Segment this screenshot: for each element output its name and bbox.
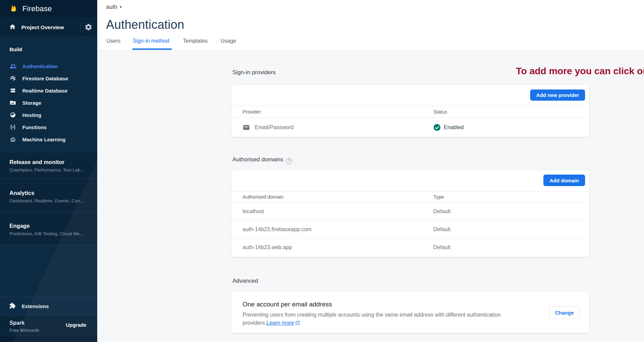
domain-name: localhost	[243, 208, 264, 215]
change-button[interactable]: Change	[549, 306, 580, 319]
divider	[80, 22, 81, 33]
sidebar-item-label: Functions	[22, 124, 47, 130]
plan-detail: Free $0/month	[9, 328, 39, 333]
tab-sign-in-method[interactable]: Sign-in method	[133, 38, 169, 44]
sidebar-group-release-and-monitor[interactable]: Release and monitor Crashlytics, Perform…	[0, 152, 97, 179]
domains-card: Add domain Authorised domain Type localh…	[231, 170, 589, 257]
table-row-firebaseapp-domain[interactable]: auth-14b23.firebaseapp.com Default	[231, 220, 589, 238]
annotation-text: To add more you can click on bu	[516, 66, 644, 77]
advanced-section-label: Advanced	[232, 278, 258, 284]
domains-table-header: Authorised domain Type	[231, 192, 589, 202]
provider-column-header: Provider	[243, 109, 261, 115]
advanced-card-description: Preventing users from creating multiple …	[243, 311, 514, 327]
provider-name: Email/Password	[255, 124, 294, 130]
learn-more-link[interactable]: Learn more	[266, 320, 294, 326]
breadcrumb-label: auth	[106, 4, 117, 10]
sidebar-groups: Release and monitor Crashlytics, Perform…	[0, 152, 97, 245]
sidebar-item-label: Storage	[22, 100, 41, 106]
plan-name: Spark	[9, 320, 24, 326]
advanced-card-title: One account per email address	[243, 301, 332, 308]
table-row-email-password[interactable]: Email/Password Enabled	[231, 118, 589, 137]
check-circle-icon	[433, 124, 441, 131]
sidebar-item-label: Firestore Database	[22, 76, 68, 81]
sidebar-item-functions[interactable]: Functions	[0, 121, 97, 133]
functions-icon	[9, 123, 17, 131]
sidebar-item-machine-learning[interactable]: Machine Learning	[0, 133, 97, 145]
group-subtitle: Crashlytics, Performance, Test Lab …	[9, 167, 86, 173]
domain-type: Default	[433, 244, 451, 250]
status-badge: Enabled	[444, 124, 464, 130]
external-link-icon	[295, 320, 300, 325]
envelope-icon	[243, 124, 250, 131]
advanced-card: One account per email address Preventing…	[231, 292, 589, 333]
build-section-label: Build	[9, 46, 22, 52]
domain-name: auth-14b23.web.app	[243, 244, 292, 250]
add-domain-button[interactable]: Add domain	[543, 175, 585, 186]
type-column-header: Type	[433, 194, 444, 200]
firestore-icon	[9, 75, 17, 82]
domain-type: Default	[433, 226, 451, 233]
sidebar-group-engage[interactable]: Engage Predictions, A/B Testing, Cloud M…	[0, 212, 97, 245]
sidebar-item-label: Project Overview	[21, 24, 64, 31]
sidebar-item-storage[interactable]: Storage	[0, 97, 97, 109]
globe-icon	[9, 111, 17, 119]
breadcrumb[interactable]: auth▾	[106, 4, 122, 11]
sidebar-item-hosting[interactable]: Hosting	[0, 109, 97, 121]
sidebar-item-project-overview[interactable]: Project Overview	[0, 18, 97, 37]
sidebar-item-extensions[interactable]: Extensions	[0, 297, 97, 316]
domains-section-text: Authorised domains	[232, 156, 283, 163]
sidebar-item-authentication[interactable]: Authentication	[0, 60, 97, 72]
firebase-logo[interactable]: Firebase	[0, 0, 97, 18]
people-icon	[9, 62, 17, 70]
sidebar-item-label: Machine Learning	[22, 137, 66, 142]
providers-section-label: Sign-in providers	[232, 69, 276, 76]
domain-type: Default	[433, 208, 451, 215]
database-icon	[9, 87, 17, 94]
page-title: Authentication	[106, 18, 184, 32]
group-subtitle: Dashboard, Realtime, Events, Conve…	[9, 198, 86, 203]
storage-icon	[9, 99, 17, 106]
gear-icon[interactable]	[84, 23, 93, 32]
sidebar-item-firestore-database[interactable]: Firestore Database	[0, 72, 97, 84]
domain-name: auth-14b23.firebaseapp.com	[243, 226, 312, 233]
tab-usage[interactable]: Usage	[221, 38, 236, 44]
sidebar-item-realtime-database[interactable]: Realtime Database	[0, 84, 97, 97]
group-title: Analytics	[9, 190, 90, 196]
group-subtitle: Predictions, A/B Testing, Cloud Mes…	[9, 231, 86, 236]
domain-column-header: Authorised domain	[243, 194, 284, 200]
brand-name: Firebase	[22, 4, 52, 13]
firebase-flame-icon	[9, 4, 18, 14]
home-icon	[9, 23, 16, 32]
sidebar-item-label: Authentication	[22, 63, 58, 69]
tab-templates[interactable]: Templates	[183, 38, 208, 44]
robot-icon	[9, 136, 17, 143]
providers-card: Add new provider Provider Status Email/P…	[231, 85, 589, 137]
upgrade-button[interactable]: Upgrade	[66, 322, 86, 328]
sidebar-item-label: Extensions	[22, 303, 49, 309]
sidebar-item-label: Realtime Database	[22, 88, 67, 94]
group-title: Engage	[9, 223, 90, 229]
providers-table-header: Provider Status	[231, 106, 589, 118]
group-title: Release and monitor	[9, 159, 90, 165]
sidebar-footer-strip	[0, 336, 97, 342]
active-tab-underline	[132, 48, 172, 50]
status-column-header: Status	[433, 109, 447, 115]
sidebar: Firebase Project Overview Build Authenti…	[0, 0, 97, 342]
tab-users[interactable]: Users	[106, 38, 121, 44]
build-items: Authentication Firestore Database Realti…	[0, 60, 97, 145]
puzzle-icon	[9, 302, 16, 310]
sidebar-item-label: Hosting	[22, 112, 41, 118]
table-row-webapp-domain[interactable]: auth-14b23.web.app Default	[231, 238, 589, 256]
domains-section-label: Authorised domains?	[232, 156, 292, 164]
plan-panel: Spark Free $0/month Upgrade	[0, 316, 97, 336]
main-content: auth▾ Authentication Users Sign-in metho…	[97, 0, 644, 342]
page-header: auth▾ Authentication Users Sign-in metho…	[97, 0, 644, 51]
help-icon[interactable]: ?	[286, 158, 292, 164]
add-new-provider-button[interactable]: Add new provider	[530, 89, 585, 101]
chevron-down-icon: ▾	[120, 4, 122, 9]
table-row-localhost[interactable]: localhost Default	[231, 202, 589, 220]
sidebar-group-analytics[interactable]: Analytics Dashboard, Realtime, Events, C…	[0, 179, 97, 212]
